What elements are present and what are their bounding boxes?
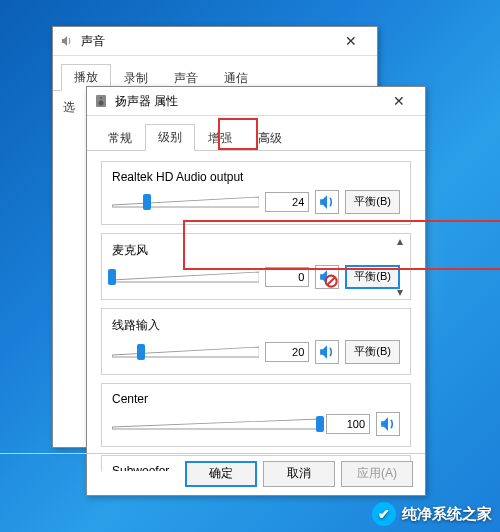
tab-advanced[interactable]: 高级 [245, 125, 295, 151]
ok-button[interactable]: 确定 [185, 461, 257, 487]
slider-thumb[interactable] [143, 194, 151, 210]
slider-thumb[interactable] [137, 344, 145, 360]
level-label: Center [112, 392, 400, 406]
levels-panel: Realtek HD Audio output24平衡(B)麦克风0平衡(B)▴… [87, 151, 425, 471]
level-label: Realtek HD Audio output [112, 170, 400, 184]
desktop: 声音 ✕ 播放 录制 声音 通信 选 扬声器 属性 ✕ 常规 级别 增强 高级 [0, 0, 500, 532]
level-group: 麦克风0平衡(B)▴▾ [101, 233, 411, 300]
dialog-buttons: 确定 取消 应用(A) [185, 453, 413, 487]
tab-enhance[interactable]: 增强 [195, 125, 245, 151]
balance-button[interactable]: 平衡(B) [345, 340, 400, 364]
speaker-properties-window: 扬声器 属性 ✕ 常规 级别 增强 高级 Realtek HD Audio ou… [86, 86, 426, 496]
sound-title: 声音 [81, 33, 331, 50]
svg-marker-4 [112, 272, 259, 282]
svg-marker-7 [112, 347, 259, 357]
level-label: 线路输入 [112, 317, 400, 334]
level-group: Realtek HD Audio output24平衡(B) [101, 161, 411, 225]
properties-title: 扬声器 属性 [115, 93, 379, 110]
watermark: ✔ 纯净系统之家 [372, 502, 492, 526]
close-icon[interactable]: ✕ [331, 27, 371, 55]
volume-slider[interactable] [112, 342, 259, 362]
slider-row: 0平衡(B) [112, 265, 400, 289]
speaker-icon [59, 33, 75, 49]
svg-line-6 [328, 278, 335, 285]
volume-value[interactable]: 24 [265, 192, 309, 212]
volume-value[interactable]: 0 [265, 267, 309, 287]
svg-point-2 [100, 97, 102, 99]
slider-thumb[interactable] [316, 416, 324, 432]
tab-levels[interactable]: 级别 [145, 124, 195, 151]
level-group: Center100 [101, 383, 411, 447]
slider-row: 20平衡(B) [112, 340, 400, 364]
svg-marker-8 [112, 419, 320, 429]
speaker-icon[interactable] [315, 340, 339, 364]
watermark-text: 纯净系统之家 [402, 505, 492, 524]
balance-button[interactable]: 平衡(B) [345, 190, 400, 214]
slider-row: 24平衡(B) [112, 190, 400, 214]
volume-value[interactable]: 20 [265, 342, 309, 362]
tab-general[interactable]: 常规 [95, 125, 145, 151]
cancel-button[interactable]: 取消 [263, 461, 335, 487]
sound-titlebar[interactable]: 声音 ✕ [53, 27, 377, 56]
slider-row: 100 [112, 412, 400, 436]
speaker-icon[interactable] [376, 412, 400, 436]
volume-value[interactable]: 100 [326, 414, 370, 434]
scroll-up-icon[interactable]: ▴ [392, 234, 408, 248]
level-group: 线路输入20平衡(B) [101, 308, 411, 375]
speaker-icon[interactable] [315, 190, 339, 214]
properties-tabs: 常规 级别 增强 高级 [87, 116, 425, 151]
svg-marker-3 [112, 197, 259, 207]
svg-point-1 [99, 101, 104, 106]
level-label: 麦克风 [112, 242, 400, 259]
mute-icon[interactable] [315, 265, 339, 289]
scroll-down-icon[interactable]: ▾ [392, 285, 408, 299]
slider-thumb[interactable] [108, 269, 116, 285]
apply-button[interactable]: 应用(A) [341, 461, 413, 487]
volume-slider[interactable] [112, 267, 259, 287]
volume-slider[interactable] [112, 414, 320, 434]
speaker-device-icon [93, 93, 109, 109]
close-icon[interactable]: ✕ [379, 87, 419, 115]
properties-titlebar[interactable]: 扬声器 属性 ✕ [87, 87, 425, 116]
volume-slider[interactable] [112, 192, 259, 212]
watermark-logo-icon: ✔ [372, 502, 396, 526]
